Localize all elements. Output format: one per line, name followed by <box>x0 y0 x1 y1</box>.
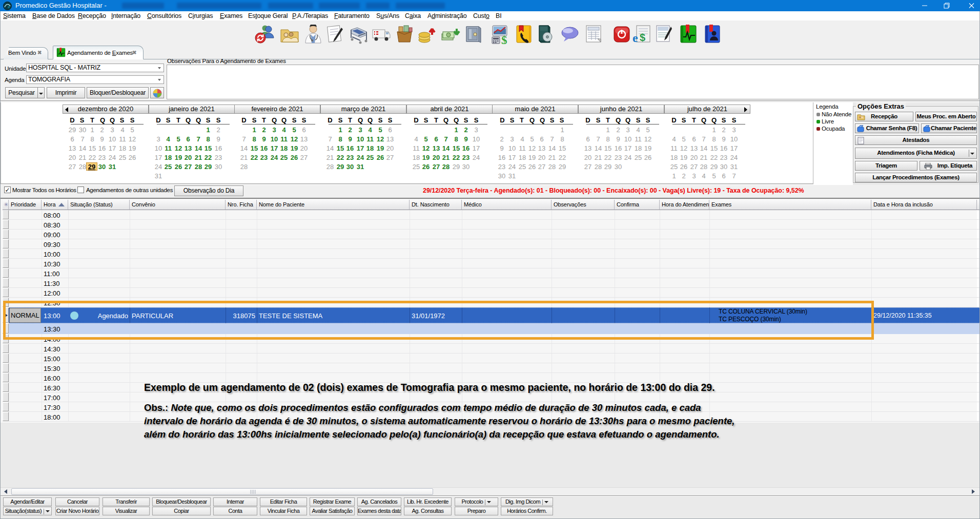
svg-text:$: $ <box>640 32 645 43</box>
svg-text:e: e <box>632 31 638 44</box>
svg-text:$: $ <box>501 34 507 44</box>
